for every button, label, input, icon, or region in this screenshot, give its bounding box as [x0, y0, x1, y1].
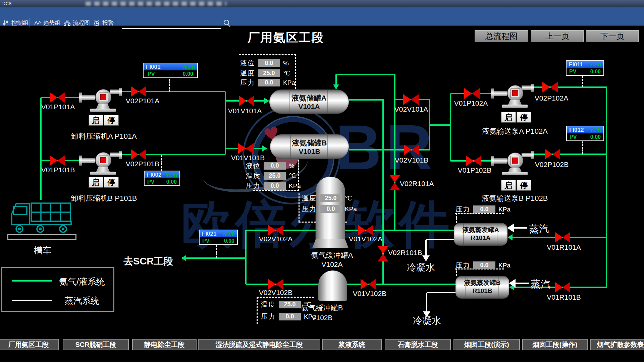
start-stop-p101a: 启 停: [89, 115, 119, 126]
valve-v01p101b[interactable]: [50, 155, 65, 166]
evaporator-name: 液氨蒸发罐A: [454, 226, 507, 234]
valve-v01p102a[interactable]: [464, 88, 480, 99]
menu-item-label: 控制组: [11, 19, 29, 27]
indicator-fi012[interactable]: FI012m3/h PV0.00: [566, 126, 604, 141]
start-button[interactable]: 启: [89, 115, 103, 126]
valve-v01p102b[interactable]: [466, 156, 481, 166]
search-input[interactable]: [122, 28, 221, 29]
pipe: [531, 154, 607, 155]
param-unit: ℃: [345, 194, 352, 202]
pump-outlet: [110, 89, 120, 94]
start-button[interactable]: 启: [501, 112, 516, 123]
pv-label: PV: [148, 71, 155, 77]
stop-button[interactable]: 停: [517, 180, 531, 191]
tab-esp[interactable]: 静电除尘工段: [132, 339, 197, 350]
nav-button-next-page[interactable]: 下一页: [586, 30, 639, 42]
valve-v02r101a[interactable]: [389, 175, 400, 190]
valve-v02v101a[interactable]: [403, 94, 419, 105]
valve-label: V02P102B: [530, 161, 574, 169]
valve-v02v102b[interactable]: [268, 279, 283, 290]
param-label: 压力: [302, 204, 317, 214]
start-button[interactable]: 启: [89, 177, 103, 188]
param-row: 压力0.0KPa: [455, 205, 511, 214]
tab-slurry-system[interactable]: 浆液系统: [322, 339, 382, 350]
signal-link: [169, 79, 170, 92]
pv-value: 0.00: [224, 238, 234, 244]
pump-status-square: [100, 94, 106, 100]
valve-v01v102a[interactable]: [358, 225, 373, 236]
valve-label: V02P102A: [530, 94, 573, 102]
buffer-tank-v102b: [318, 270, 347, 301]
pump-status-square: [512, 90, 518, 96]
compressor-p101a[interactable]: [79, 81, 127, 113]
indicator-unit: m3/h: [165, 172, 177, 178]
valve-label: V02R101A: [400, 180, 443, 188]
buffer-b-tag: V102B: [292, 314, 352, 322]
menu-item-flowchart[interactable]: 流程图: [64, 19, 90, 27]
param-unit: KPa: [283, 79, 295, 86]
tab-ammonia-area[interactable]: 厂用氨区工段: [0, 339, 59, 350]
indicator-tag: FI011: [569, 61, 583, 68]
tab-gypsum-dewatering[interactable]: 石膏脱水工段: [385, 339, 451, 350]
valve-v02p101b[interactable]: [131, 149, 146, 160]
panel-border: [299, 193, 300, 222]
valve-v02p102a[interactable]: [542, 82, 558, 93]
pump-flange: [491, 88, 494, 99]
param-label: 液位: [246, 161, 261, 170]
menu-item-trend-group[interactable]: 趋势组: [34, 19, 60, 27]
pipe: [606, 87, 607, 287]
compressor-p101b[interactable]: [79, 144, 127, 176]
param-label: 压力: [261, 312, 276, 321]
window-title-blurred: [86, 2, 226, 6]
menu-item-control-group[interactable]: 控制组: [3, 19, 29, 27]
tab-stack-operate[interactable]: 烟囱工段(操作): [522, 339, 588, 350]
valve-label: V02V102A: [254, 235, 298, 243]
panel-border: [456, 213, 457, 223]
valve-v02v101b[interactable]: [404, 144, 419, 155]
indicator-fi002[interactable]: FI002m3/h PV0.00: [144, 171, 180, 186]
tab-wet-fgd[interactable]: 湿法脱硫及湿式静电除尘工段: [198, 339, 320, 350]
start-button[interactable]: 启: [501, 180, 516, 191]
search-icon[interactable]: [223, 19, 231, 27]
nav-button-prev-page[interactable]: 上一页: [531, 30, 584, 42]
pump-base: [508, 100, 522, 105]
nav-button-overview[interactable]: 总流程图: [475, 30, 528, 42]
watermark-letters: BR: [335, 111, 437, 184]
valve-v02v102a[interactable]: [268, 225, 283, 236]
valve-v02p102b[interactable]: [545, 149, 560, 160]
tank-tag: V101A: [269, 103, 349, 111]
stop-button[interactable]: 停: [517, 112, 531, 123]
menu-separator: [116, 18, 116, 28]
valve-v01v101a[interactable]: [239, 96, 254, 106]
valve-v02p101a[interactable]: [131, 86, 146, 97]
valve-label: V02V102B: [254, 289, 298, 297]
steam-pipe: [513, 227, 527, 229]
indicator-fi001[interactable]: FI001m3/h PV0.00: [143, 63, 198, 78]
valve-label: V01P101A: [36, 103, 80, 111]
valve-v01p101a[interactable]: [50, 92, 65, 103]
param-value: 0.0: [258, 79, 280, 86]
pump-p102a[interactable]: [491, 77, 539, 109]
tab-scr-denitration[interactable]: SCR脱硝工段: [63, 339, 129, 350]
pump-outlet: [522, 85, 532, 90]
legend-line-steam: [12, 300, 52, 301]
param-value: 0.0: [473, 261, 495, 269]
valve-v01v101b[interactable]: [238, 143, 254, 154]
condensate-pipe: [426, 293, 427, 311]
indicator-fi011[interactable]: FI011m3/h PV0.00: [566, 60, 604, 76]
tab-flue-gas-diffusion[interactable]: 烟气扩散参数表: [590, 339, 644, 350]
valve-v02r101b[interactable]: [378, 246, 388, 261]
tab-stack-demo[interactable]: 烟囱工段(演示): [453, 339, 520, 350]
pump-outlet: [522, 153, 532, 157]
valve-label: V01R101A: [542, 243, 586, 251]
indicator-header: FI011m3/h: [567, 61, 603, 68]
pump-flange: [79, 93, 82, 103]
valve-label: V02P101A: [121, 97, 164, 105]
param-value: 0.0: [264, 162, 286, 170]
menu-item-alarm[interactable]: 报警: [93, 19, 114, 27]
indicator-value-row: PV0.00: [145, 178, 179, 185]
stop-button[interactable]: 停: [104, 177, 119, 188]
indicator-fi021[interactable]: FI021m3/h PV0.00: [199, 230, 238, 245]
stop-button[interactable]: 停: [104, 115, 119, 126]
valve-v01v102b[interactable]: [361, 279, 376, 290]
